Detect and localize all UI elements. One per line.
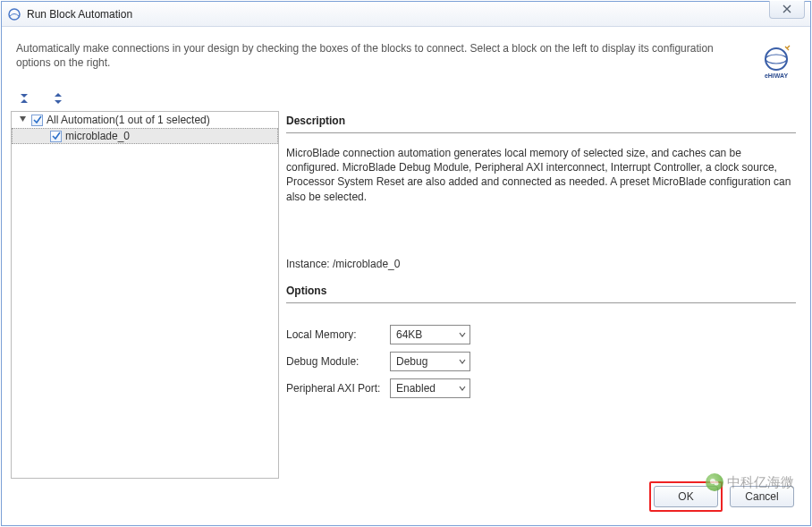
close-button[interactable] xyxy=(769,1,805,19)
tree-root-label: All Automation(1 out of 1 selected) xyxy=(47,114,210,126)
right-panel: Description MicroBlade connection automa… xyxy=(286,111,801,479)
debug-module-label: Debug Module: xyxy=(286,355,390,368)
tree-child-checkbox[interactable] xyxy=(50,131,62,142)
ok-button-label: OK xyxy=(678,490,693,503)
ok-button[interactable]: OK xyxy=(654,486,718,507)
tree-panel[interactable]: All Automation(1 out of 1 selected) micr… xyxy=(11,111,279,479)
chevron-down-icon xyxy=(459,329,466,339)
chevron-down-icon xyxy=(459,356,466,366)
peripheral-axi-select[interactable]: Enabled xyxy=(390,378,470,398)
debug-module-value: Debug xyxy=(396,355,427,368)
options-heading: Options xyxy=(286,281,796,302)
tree-collapse-icon[interactable] xyxy=(17,114,28,126)
peripheral-axi-label: Peripheral AXI Port: xyxy=(286,382,390,395)
description-heading: Description xyxy=(286,111,796,132)
header-description: Automatically make connections in your d… xyxy=(16,41,757,70)
options-grid: Local Memory: 64KB Debug Module: Debug xyxy=(286,325,796,398)
divider xyxy=(286,302,796,303)
tree-root-checkbox[interactable] xyxy=(31,115,43,126)
collapse-all-button[interactable] xyxy=(14,91,34,106)
dialog-window: Run Block Automation Automatically make … xyxy=(1,1,811,526)
tree-child-label: microblade_0 xyxy=(65,130,130,142)
vendor-logo: eHiWAY xyxy=(757,41,796,81)
debug-module-select[interactable]: Debug xyxy=(390,352,470,371)
close-icon xyxy=(782,4,792,16)
header-row: Automatically make connections in your d… xyxy=(9,34,803,88)
cancel-button-label: Cancel xyxy=(745,490,778,503)
description-body: MicroBlade connection automation generat… xyxy=(286,146,796,204)
instance-line: Instance: /microblade_0 xyxy=(286,258,796,270)
footer: OK Cancel xyxy=(9,479,803,518)
ok-highlight: OK xyxy=(649,481,723,512)
local-memory-label: Local Memory: xyxy=(286,328,390,341)
content: Automatically make connections in your d… xyxy=(2,27,810,525)
local-memory-select[interactable]: 64KB xyxy=(390,325,470,344)
svg-point-1 xyxy=(765,48,787,70)
window-title: Run Block Automation xyxy=(27,8,132,21)
cancel-button[interactable]: Cancel xyxy=(730,486,794,507)
tree-root-row[interactable]: All Automation(1 out of 1 selected) xyxy=(12,112,278,128)
titlebar: Run Block Automation xyxy=(2,2,810,27)
local-memory-value: 64KB xyxy=(396,328,422,341)
divider xyxy=(286,132,796,133)
svg-point-2 xyxy=(765,55,787,64)
chevron-down-icon xyxy=(459,383,466,393)
app-icon xyxy=(7,7,21,21)
expand-all-button[interactable] xyxy=(48,91,68,106)
toolbar xyxy=(9,88,803,109)
tree-child-row[interactable]: microblade_0 xyxy=(12,128,278,144)
main-split: All Automation(1 out of 1 selected) micr… xyxy=(9,109,803,479)
svg-text:eHiWAY: eHiWAY xyxy=(765,72,789,79)
peripheral-axi-value: Enabled xyxy=(396,382,436,395)
